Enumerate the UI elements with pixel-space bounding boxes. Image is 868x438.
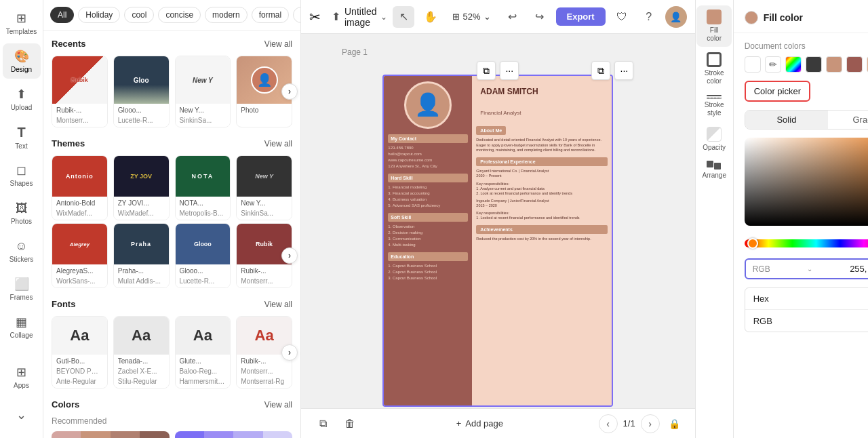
theme-card-1[interactable]: ZY JOV ZY JOVI... WixMadef... — [113, 155, 170, 220]
education-section: Education 1. Capcut Business School2. Ca… — [388, 252, 468, 281]
canvas-handle-right-more[interactable]: ··· — [614, 61, 633, 80]
doc-color-rainbow[interactable] — [785, 56, 802, 73]
tag-modern[interactable]: modern — [205, 7, 248, 23]
font-card-0[interactable]: Aa Guti-Bo... BEYOND PRO... Ante-Regular — [52, 316, 108, 389]
theme-card-0[interactable]: Antonio Antonio-Bold WixMadef... — [52, 155, 108, 220]
copy-tool-btn[interactable]: ⧉ — [312, 413, 334, 435]
gradient-tab[interactable]: Gradient — [828, 111, 868, 129]
dropdown-rgb-item[interactable]: RGB ✓ — [745, 310, 868, 332]
color-gradient-picker[interactable] — [745, 138, 868, 226]
fill-color-circle — [745, 11, 758, 24]
theme-card-5[interactable]: Praha Praha-... Mulat Addis-... — [113, 223, 170, 288]
trash-tool-btn[interactable]: 🗑 — [339, 413, 361, 435]
colors-title: Colors — [52, 399, 79, 410]
tag-cool[interactable]: cool — [124, 7, 154, 23]
stroke-color-tool[interactable]: Strokecolor — [696, 48, 732, 89]
stroke-style-tool[interactable]: Strokestyle — [696, 91, 732, 121]
theme-card-4[interactable]: Alegrey AlegreyaS... WorkSans-... — [52, 223, 108, 288]
export-button[interactable]: Export — [556, 7, 606, 26]
shapes-icon: ◻ — [16, 163, 26, 178]
zoom-control[interactable]: ⊞ 52% ⌄ — [447, 9, 496, 24]
recent-card-0[interactable]: Rubik Rubik-... Montserr... — [52, 56, 108, 127]
collage-icon: ▦ — [16, 315, 27, 330]
panel-content: Recents View all Rubik Rubik-... Montser… — [43, 31, 300, 438]
rgb-input-field[interactable]: RGB ⌄ 255, 190, 152 — [745, 258, 868, 279]
tag-holiday[interactable]: Holiday — [78, 7, 120, 23]
font-card-1[interactable]: Aa Tenada-... Zacbel X-E... Stilu-Regula… — [113, 316, 170, 389]
hue-dot[interactable] — [747, 238, 758, 249]
tag-concise[interactable]: concise — [158, 7, 201, 23]
colors-view-all[interactable]: View all — [264, 400, 292, 410]
sidebar-item-design[interactable]: 🎨 Design — [3, 43, 41, 79]
sidebar-item-collage[interactable]: ▦ Collage — [3, 309, 41, 344]
recents-next-arrow[interactable]: › — [281, 83, 298, 100]
select-tool-btn[interactable]: ↖ — [393, 6, 414, 28]
templates-icon: ⊞ — [16, 11, 26, 26]
sidebar-item-photos[interactable]: 🖼 Photos — [3, 195, 41, 231]
fill-panel-content: Fill color × Document colors ✏ Color pic… — [734, 0, 868, 438]
dropdown-hex-item[interactable]: Hex — [745, 288, 868, 310]
color-picker-button[interactable]: Color picker — [745, 81, 810, 102]
add-page-button[interactable]: + Add page — [450, 416, 510, 431]
tag-cute[interactable]: cute — [293, 7, 301, 23]
font-card-2[interactable]: Aa Glute... Baloo-Reg... Hammersmith0... — [175, 316, 231, 389]
title-chevron-icon[interactable]: ⌄ — [380, 12, 387, 22]
theme-card-6[interactable]: Glooo Glooo... Lucette-R... — [175, 223, 231, 288]
page-prev-btn[interactable]: ‹ — [599, 414, 618, 433]
canvas-handle-more[interactable]: ··· — [500, 61, 519, 80]
canvas-handle-right-copy[interactable]: ⧉ — [591, 61, 610, 80]
arrange-tool[interactable]: Arrange — [696, 157, 732, 183]
palette-1[interactable] — [175, 431, 293, 438]
canvas-handle-copy[interactable]: ⧉ — [477, 61, 496, 80]
themes-title: Themes — [52, 138, 85, 148]
fill-color-tool[interactable]: Fillcolor — [696, 5, 732, 47]
sidebar-item-templates[interactable]: ⊞ Templates — [3, 5, 41, 41]
doc-color-edit-btn[interactable]: ✏ — [765, 56, 781, 73]
doc-title[interactable]: Untitled image — [344, 6, 376, 28]
doc-color-white[interactable] — [745, 56, 761, 73]
recent-card-1[interactable]: Gloo Glooo... Lucette-R... — [113, 56, 170, 127]
resume-photo: 👤 — [404, 81, 452, 129]
fonts-next-arrow[interactable]: › — [281, 344, 298, 361]
themes-next-arrow[interactable]: › — [281, 247, 298, 264]
recents-view-all[interactable]: View all — [264, 39, 292, 49]
recent-card-2[interactable]: New Y New Y... SinkinSa... — [175, 56, 231, 127]
canvas-frame[interactable]: 👤 My Contact 123-456-7890hello@capcut.co… — [382, 75, 613, 407]
sidebar-item-frames[interactable]: ⬜ Frames — [3, 271, 41, 306]
fonts-view-all[interactable]: View all — [264, 300, 292, 309]
sidebar-item-stickers[interactable]: ☺ Stickers — [3, 233, 41, 268]
sidebar-item-apps[interactable]: ⊞ Apps — [3, 359, 41, 395]
doc-color-dark[interactable] — [806, 56, 822, 73]
tag-all[interactable]: All — [50, 7, 74, 23]
page-lock-btn[interactable]: 🔒 — [665, 414, 684, 433]
theme-card-2[interactable]: NOTA NOTA... Metropolis-B... — [175, 155, 231, 220]
redo-btn[interactable]: ↪ — [529, 6, 551, 28]
tag-formal[interactable]: formal — [252, 7, 289, 23]
zoom-chevron-icon: ⌄ — [484, 12, 491, 22]
page-next-btn[interactable]: › — [641, 414, 660, 433]
app-logo: ✂ — [309, 9, 321, 25]
solid-tab[interactable]: Solid — [745, 111, 829, 129]
sidebar-item-shapes[interactable]: ◻ Shapes — [3, 157, 41, 193]
help-icon[interactable]: ? — [638, 6, 660, 28]
doc-color-rust[interactable] — [846, 56, 863, 73]
sidebar-item-text[interactable]: T Text — [3, 119, 41, 155]
opacity-tool[interactable]: Opacity — [696, 123, 732, 155]
sidebar-item-upload[interactable]: ⬆ Upload — [3, 81, 41, 117]
about-text: Dedicated and detail-oriented Financial … — [476, 138, 608, 153]
upload-icon: ⬆ — [16, 87, 26, 102]
themes-view-all[interactable]: View all — [264, 139, 292, 148]
soft-skills: 1. Observation2. Decision making3. Commu… — [388, 224, 468, 248]
undo-btn[interactable]: ↩ — [502, 6, 524, 28]
solid-gradient-tabs: Solid Gradient — [745, 110, 868, 130]
palette-0[interactable] — [52, 431, 170, 438]
themes-grid: Antonio Antonio-Bold WixMadef... ZY JOV … — [52, 155, 292, 220]
theme-card-3[interactable]: New Y New Y... SinkinSa... — [236, 155, 292, 220]
sidebar-item-collapse[interactable]: ⌄ — [3, 397, 41, 433]
hue-slider[interactable] — [745, 239, 868, 247]
doc-color-peach[interactable] — [826, 56, 842, 73]
avatar[interactable]: 👤 — [665, 6, 687, 28]
hand-tool-btn[interactable]: ✋ — [420, 6, 441, 28]
bottom-bar: ⧉ 🗑 + Add page ‹ 1/1 › 🔒 — [301, 408, 695, 438]
page-label: Page 1 — [342, 47, 368, 57]
